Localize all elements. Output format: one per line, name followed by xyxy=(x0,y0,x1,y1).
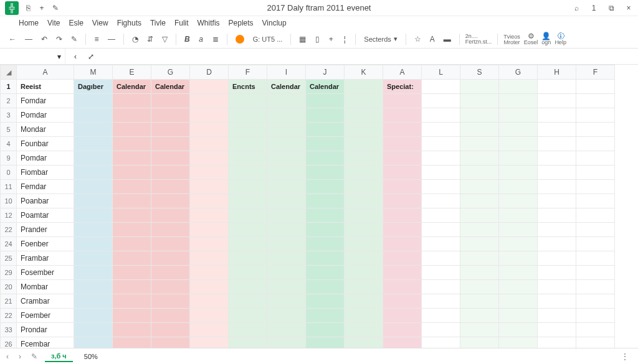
cell[interactable] xyxy=(306,108,345,123)
cell[interactable] xyxy=(422,237,460,251)
cell[interactable] xyxy=(576,137,615,151)
column-header[interactable]: L xyxy=(422,65,460,80)
select-all-corner[interactable]: ◢ xyxy=(1,65,17,80)
cell[interactable] xyxy=(460,194,499,208)
cell[interactable]: Dagıber xyxy=(74,80,113,94)
edit-icon[interactable]: ✎ xyxy=(51,4,60,12)
cell[interactable] xyxy=(229,280,267,294)
menu-fighuts[interactable]: Fighuts xyxy=(117,19,141,27)
cell[interactable] xyxy=(190,208,229,223)
cell[interactable] xyxy=(460,223,499,237)
cell[interactable] xyxy=(267,166,306,180)
cell[interactable] xyxy=(460,94,499,108)
cell[interactable] xyxy=(422,123,460,137)
cell[interactable] xyxy=(267,323,306,337)
cell[interactable]: Prander xyxy=(17,223,74,237)
column-header[interactable]: M xyxy=(74,65,113,80)
cell[interactable] xyxy=(383,309,422,323)
cell[interactable] xyxy=(151,194,190,208)
cell[interactable]: Fosember xyxy=(17,266,74,280)
cell[interactable] xyxy=(576,151,615,166)
help-eosel[interactable]: ⚙Eosel xyxy=(524,32,538,45)
cell[interactable] xyxy=(306,223,345,237)
cell[interactable] xyxy=(538,223,576,237)
cell[interactable] xyxy=(190,309,229,323)
cell[interactable] xyxy=(306,208,345,223)
cell[interactable] xyxy=(576,180,615,194)
cell[interactable] xyxy=(345,151,383,166)
cell[interactable] xyxy=(113,180,151,194)
column-header[interactable]: G xyxy=(151,65,190,80)
cell[interactable] xyxy=(306,280,345,294)
cell[interactable] xyxy=(422,108,460,123)
cell[interactable] xyxy=(383,294,422,309)
cell[interactable] xyxy=(113,337,151,348)
row-header[interactable]: 9 xyxy=(1,151,17,166)
back-icon[interactable]: ‹ xyxy=(74,52,77,61)
cell[interactable] xyxy=(538,251,576,266)
cell[interactable] xyxy=(576,337,615,348)
cell[interactable] xyxy=(190,94,229,108)
cell[interactable] xyxy=(499,166,538,180)
cell[interactable] xyxy=(422,208,460,223)
cell[interactable] xyxy=(267,208,306,223)
cell[interactable] xyxy=(151,280,190,294)
cell[interactable] xyxy=(113,208,151,223)
cell[interactable] xyxy=(190,123,229,137)
cell[interactable] xyxy=(383,337,422,348)
cell[interactable] xyxy=(74,266,113,280)
cell[interactable] xyxy=(74,337,113,348)
cell[interactable] xyxy=(460,137,499,151)
cell[interactable] xyxy=(229,337,267,348)
cell[interactable] xyxy=(460,237,499,251)
cell[interactable] xyxy=(306,123,345,137)
cell[interactable] xyxy=(499,137,538,151)
cell[interactable] xyxy=(229,237,267,251)
cell[interactable] xyxy=(383,194,422,208)
cell[interactable] xyxy=(538,194,576,208)
cell[interactable] xyxy=(267,123,306,137)
cell[interactable] xyxy=(576,94,615,108)
cell[interactable] xyxy=(190,166,229,180)
list-icon[interactable]: ≣ xyxy=(210,33,221,45)
help-help[interactable]: 🛈Help xyxy=(555,32,566,45)
group-fertzn[interactable]: 2n....Fertzn.st... xyxy=(465,34,492,45)
cell[interactable]: Mombar xyxy=(17,280,74,294)
next-sheet-icon[interactable]: › xyxy=(16,351,24,362)
menu-esle[interactable]: Esle xyxy=(69,19,83,27)
cell[interactable] xyxy=(460,151,499,166)
code-label[interactable]: G: UT5 ... xyxy=(250,33,285,45)
cell[interactable]: Fcembar xyxy=(17,337,74,348)
cell[interactable] xyxy=(151,123,190,137)
row-header[interactable]: 22 xyxy=(1,309,17,323)
cell[interactable]: Speciat: xyxy=(383,80,422,94)
cell[interactable] xyxy=(190,237,229,251)
cell[interactable] xyxy=(345,266,383,280)
cell[interactable] xyxy=(267,151,306,166)
cell[interactable] xyxy=(267,251,306,266)
cell[interactable] xyxy=(74,237,113,251)
cell[interactable] xyxy=(74,151,113,166)
cell[interactable] xyxy=(576,323,615,337)
row-header[interactable]: 25 xyxy=(1,251,17,266)
menu-home[interactable]: Home xyxy=(19,19,39,27)
cell[interactable] xyxy=(345,251,383,266)
cell[interactable] xyxy=(422,80,460,94)
clock-icon[interactable]: ◔ xyxy=(130,33,141,45)
cell[interactable] xyxy=(460,180,499,194)
cell[interactable] xyxy=(576,223,615,237)
cell[interactable] xyxy=(576,251,615,266)
cell[interactable] xyxy=(422,309,460,323)
menu-view[interactable]: View xyxy=(92,19,108,27)
bold-icon[interactable]: B xyxy=(182,33,193,45)
cell[interactable] xyxy=(151,166,190,180)
cell[interactable]: Poamtar xyxy=(17,208,74,223)
cell[interactable] xyxy=(576,309,615,323)
cell[interactable] xyxy=(190,80,229,94)
cell[interactable] xyxy=(345,180,383,194)
cell[interactable] xyxy=(345,108,383,123)
cell[interactable] xyxy=(345,166,383,180)
cell[interactable] xyxy=(460,323,499,337)
cell[interactable] xyxy=(345,194,383,208)
column-header[interactable]: D xyxy=(190,65,229,80)
